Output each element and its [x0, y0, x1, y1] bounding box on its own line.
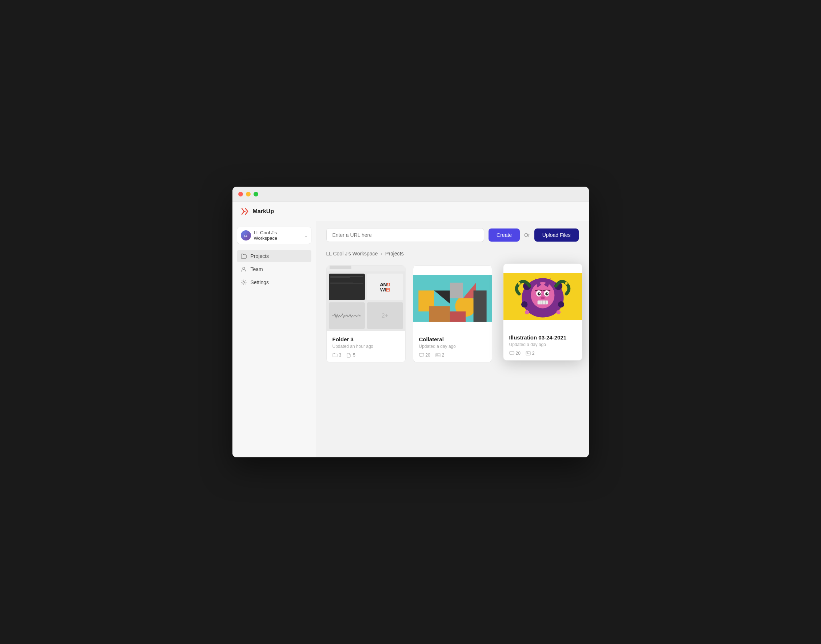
- card-info-folder3: Folder 3 Updated an hour ago 3: [327, 331, 405, 362]
- card-thumbnail-collateral: [413, 265, 492, 331]
- content-area: LL LL Cool J's Workspace ⌄ Projects: [233, 221, 589, 457]
- sidebar: LL LL Cool J's Workspace ⌄ Projects: [233, 221, 316, 457]
- card-updated-collateral: Updated a day ago: [419, 344, 486, 349]
- breadcrumb-workspace[interactable]: LL Cool J's Workspace: [326, 251, 378, 256]
- svg-point-38: [565, 282, 567, 285]
- svg-point-3: [243, 267, 245, 270]
- svg-point-36: [558, 301, 564, 307]
- meta-files: 5: [346, 353, 355, 358]
- svg-point-26: [541, 296, 545, 299]
- sidebar-item-settings-label: Settings: [251, 279, 269, 285]
- sidebar-item-team-label: Team: [251, 266, 263, 272]
- svg-rect-13: [473, 290, 486, 322]
- svg-point-35: [521, 301, 527, 307]
- card-updated-illustration: Updated a day ago: [509, 342, 576, 347]
- comments-count-illustration: 20: [516, 351, 521, 356]
- svg-point-25: [547, 293, 548, 294]
- project-card-collateral[interactable]: Collateral Updated a day ago 20: [413, 265, 492, 362]
- images-count-illustration: 2: [532, 351, 535, 356]
- svg-rect-8: [450, 283, 463, 298]
- thumb-count: 2+: [367, 302, 403, 329]
- thumb-text: AND WI⊟: [367, 274, 403, 300]
- svg-point-19: [531, 282, 554, 308]
- svg-point-24: [539, 293, 540, 294]
- meta-images-illustration: 2: [525, 351, 535, 356]
- sidebar-item-settings[interactable]: Settings: [237, 276, 311, 288]
- workspace-avatar: LL: [241, 230, 251, 241]
- meta-comments-collateral: 20: [419, 353, 430, 358]
- app-window: MarkUp LL: [233, 187, 589, 457]
- svg-point-4: [243, 282, 244, 284]
- card-info-illustration: Illustration 03-24-2021 Updated a day ag…: [504, 329, 582, 360]
- maximize-button[interactable]: [254, 192, 258, 196]
- svg-point-22: [537, 292, 541, 296]
- url-input[interactable]: [326, 228, 484, 242]
- sidebar-item-team[interactable]: Team: [237, 263, 311, 275]
- app-title: MarkUp: [253, 208, 274, 215]
- workspace-dropdown-icon: ⌄: [305, 234, 307, 238]
- card-meta-collateral: 20 2: [419, 353, 486, 358]
- svg-point-40: [556, 310, 561, 314]
- svg-point-23: [545, 292, 548, 296]
- card-meta: 3 5: [332, 353, 400, 358]
- app-bar: MarkUp: [233, 202, 589, 221]
- images-count-collateral: 2: [442, 353, 444, 358]
- meta-comments-illustration: 20: [509, 351, 521, 356]
- project-card-illustration[interactable]: Illustration 03-24-2021 Updated a day ag…: [503, 264, 582, 360]
- svg-point-39: [525, 310, 529, 314]
- folder-count: 3: [339, 353, 342, 358]
- svg-marker-14: [450, 311, 465, 322]
- thumb-dark: [329, 274, 365, 300]
- card-thumbnail-illustration: [504, 264, 582, 329]
- svg-point-0: [244, 211, 245, 212]
- sidebar-item-projects[interactable]: Projects: [237, 250, 311, 262]
- workspace-name: LL Cool J's Workspace: [254, 230, 302, 241]
- sidebar-item-projects-label: Projects: [251, 253, 269, 259]
- thumb-audio: [329, 302, 365, 329]
- card-title-collateral: Collateral: [419, 336, 486, 342]
- svg-point-37: [518, 282, 520, 285]
- logo-icon: [240, 206, 250, 216]
- projects-grid: AND WI⊟: [326, 265, 579, 362]
- person-icon: [240, 266, 247, 273]
- meta-images-collateral: 2: [435, 353, 444, 358]
- main-content: Create Or Upload Files LL Cool J's Works…: [316, 221, 589, 457]
- file-count: 5: [353, 353, 355, 358]
- breadcrumb: LL Cool J's Workspace › Projects: [326, 251, 579, 256]
- close-button[interactable]: [238, 192, 243, 196]
- breadcrumb-current: Projects: [385, 251, 404, 256]
- titlebar: [233, 187, 589, 202]
- minimize-button[interactable]: [246, 192, 251, 196]
- or-label: Or: [524, 232, 530, 238]
- svg-point-16: [437, 354, 438, 355]
- create-button[interactable]: Create: [489, 228, 520, 242]
- comments-count-collateral: 20: [426, 353, 430, 358]
- workspace-selector[interactable]: LL LL Cool J's Workspace ⌄: [237, 227, 311, 244]
- card-info-collateral: Collateral Updated a day ago 20: [413, 331, 492, 362]
- card-meta-illustration: 20 2: [509, 351, 576, 356]
- card-updated: Updated an hour ago: [332, 344, 400, 349]
- svg-text:LL: LL: [244, 235, 247, 237]
- upload-files-button[interactable]: Upload Files: [535, 228, 579, 242]
- meta-folders: 3: [332, 353, 342, 358]
- svg-rect-10: [429, 307, 450, 322]
- breadcrumb-separator: ›: [380, 251, 382, 256]
- project-card-folder3[interactable]: AND WI⊟: [326, 265, 406, 362]
- card-title: Folder 3: [332, 336, 400, 342]
- gear-icon: [240, 279, 247, 286]
- toolbar: Create Or Upload Files: [326, 228, 579, 242]
- card-thumbnail-folder3: AND WI⊟: [327, 265, 405, 331]
- card-title-illustration: Illustration 03-24-2021: [509, 334, 576, 340]
- svg-point-42: [527, 352, 528, 353]
- folder-icon: [240, 253, 247, 259]
